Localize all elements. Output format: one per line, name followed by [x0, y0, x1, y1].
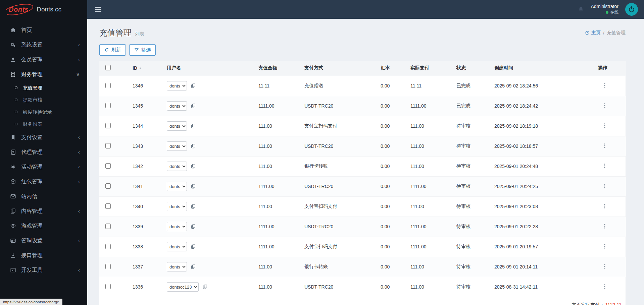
actions-cell [595, 136, 626, 156]
row-actions-button[interactable] [601, 103, 608, 109]
sidebar-item-content[interactable]: 内容管理 ‹ [0, 204, 87, 219]
amount-cell: 1111.00 [256, 217, 302, 237]
row-checkbox[interactable] [105, 183, 111, 189]
sidebar-item-red-packets[interactable]: 红包管理 ‹ [0, 174, 87, 189]
row-actions-button[interactable] [601, 203, 608, 210]
actions-cell [595, 257, 626, 277]
id-cell: 1336 [130, 277, 164, 297]
row-checkbox[interactable] [105, 103, 111, 108]
sidebar-item-recharge[interactable]: 充值管理 [0, 82, 87, 94]
brand[interactable]: Donts Donts.cc [0, 0, 87, 19]
created-cell: 2025-09-01 20:14:11 [492, 257, 595, 277]
copy-icon[interactable] [190, 164, 196, 169]
select-all-checkbox[interactable] [105, 65, 111, 70]
username-select[interactable]: dontscc123 [167, 282, 199, 292]
row-actions-button[interactable] [601, 163, 608, 170]
sidebar-item-label: 开发工具 [21, 267, 78, 274]
username-select[interactable]: donts [167, 141, 187, 151]
column-header-amount[interactable]: 充值金额 [256, 61, 302, 76]
row-checkbox[interactable] [105, 264, 111, 269]
row-checkbox[interactable] [105, 123, 111, 128]
copy-icon[interactable] [190, 184, 196, 189]
user-avatar-button[interactable] [625, 3, 638, 16]
sidebar-item-home[interactable]: 首页 [0, 23, 87, 38]
user-status-label: 在线 [610, 10, 618, 15]
user-status: 在线 [591, 10, 618, 15]
chevron-icon: ‹ [78, 238, 80, 243]
column-header-id[interactable]: ID [130, 61, 164, 76]
rate-cell: 0.00 [378, 257, 408, 277]
sidebar-item-agents[interactable]: 代理管理 ‹ [0, 145, 87, 160]
username-select[interactable]: donts [167, 81, 187, 90]
column-header-method[interactable]: 支付方式 [302, 61, 378, 76]
breadcrumb: 主页 / 充值管理 [585, 30, 626, 36]
row-actions-button[interactable] [601, 82, 608, 89]
row-actions-button[interactable] [601, 123, 608, 129]
status-cell: 待审核 [454, 116, 492, 136]
chevron-icon: ‹ [78, 42, 80, 48]
id-cell: 1343 [130, 136, 164, 156]
username-select[interactable]: donts [167, 242, 187, 251]
sidebar-item-payment-settings[interactable]: 支付设置 ‹ [0, 130, 87, 145]
id-cell: 1346 [130, 76, 164, 96]
row-checkbox[interactable] [105, 284, 111, 289]
copy-icon[interactable] [190, 224, 196, 230]
bookmark-icon [10, 134, 16, 140]
row-checkbox[interactable] [105, 163, 111, 169]
copy-icon[interactable] [190, 264, 196, 270]
column-header-rate[interactable]: 汇率 [378, 61, 408, 76]
row-checkbox[interactable] [105, 203, 111, 209]
copy-icon[interactable] [190, 103, 196, 109]
username-select[interactable]: donts [167, 162, 187, 171]
copy-icon[interactable] [190, 123, 196, 129]
column-header-actual[interactable]: 实际支付 [408, 61, 454, 76]
row-actions-button[interactable] [601, 143, 608, 149]
gears-icon [10, 42, 16, 48]
row-checkbox[interactable] [105, 83, 111, 88]
refresh-button[interactable]: 刷新 [99, 44, 126, 56]
sidebar-item-quota-transfer-records[interactable]: 额度转换记录 [0, 106, 87, 118]
rate-cell: 0.00 [378, 76, 408, 96]
sidebar-item-finance-report[interactable]: 财务报表 [0, 118, 87, 130]
row-actions-button[interactable] [601, 223, 608, 230]
row-actions-button[interactable] [601, 243, 608, 250]
copy-icon[interactable] [202, 284, 208, 290]
username-select[interactable]: donts [167, 222, 187, 231]
row-checkbox[interactable] [105, 224, 111, 229]
sidebar-item-label: 管理设置 [21, 237, 78, 244]
sidebar-item-members[interactable]: 会员管理 ‹ [0, 52, 87, 67]
row-checkbox[interactable] [105, 143, 111, 148]
row-actions-button[interactable] [601, 183, 608, 190]
sidebar-item-activities[interactable]: 活动管理 ‹ [0, 160, 87, 174]
username-cell: donts [164, 156, 256, 176]
row-checkbox[interactable] [105, 244, 111, 249]
sidebar-item-system-settings[interactable]: 系统设置 ‹ [0, 38, 87, 52]
sidebar-item-withdraw-review[interactable]: 提款审核 [0, 94, 87, 106]
row-actions-button[interactable] [601, 284, 608, 290]
copy-icon[interactable] [190, 244, 196, 250]
sidebar-item-messages[interactable]: 站内信 [0, 189, 87, 204]
username-select[interactable]: donts [167, 202, 187, 211]
sidebar-item-admin-settings[interactable]: 管理设置 ‹ [0, 233, 87, 248]
copy-icon[interactable] [190, 83, 196, 89]
username-select[interactable]: donts [167, 262, 187, 271]
breadcrumb-home-link[interactable]: 主页 [585, 30, 601, 36]
column-header-created[interactable]: 创建时间 [492, 61, 595, 76]
column-header-status[interactable]: 状态 [454, 61, 492, 76]
username-select[interactable]: donts [167, 121, 187, 131]
row-actions-button[interactable] [601, 263, 608, 270]
sidebar-item-games[interactable]: 游戏管理 [0, 219, 87, 233]
amount-cell: 111.00 [256, 116, 302, 136]
username-select[interactable]: donts [167, 182, 187, 191]
column-header-username[interactable]: 用户名 [164, 61, 256, 76]
notifications-icon[interactable] [578, 6, 584, 13]
sidebar-item-finance[interactable]: 财务管理 ∨ [0, 67, 87, 82]
menu-toggle-button[interactable] [91, 0, 105, 19]
username-select[interactable]: donts [167, 101, 187, 111]
copy-icon[interactable] [190, 143, 196, 149]
filter-button[interactable]: 筛选 [129, 44, 156, 56]
copy-icon[interactable] [190, 204, 196, 209]
sidebar-item-api[interactable]: 接口管理 [0, 248, 87, 263]
kebab-icon [602, 223, 608, 229]
sidebar-item-dev-tools[interactable]: 开发工具 ‹ [0, 263, 87, 278]
